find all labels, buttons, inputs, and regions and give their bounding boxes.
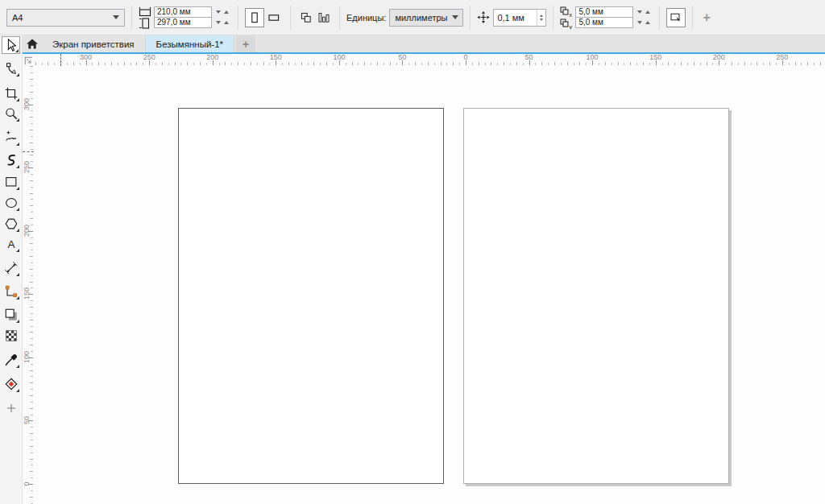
- page-width-spinner[interactable]: [214, 7, 231, 18]
- vertical-ruler[interactable]: 050100150200250300: [23, 66, 34, 504]
- rectangle-tool[interactable]: [2, 173, 20, 191]
- drop-shadow-tool[interactable]: [2, 306, 20, 324]
- page-width-input[interactable]: 210,0 мм: [154, 6, 212, 18]
- artistic-media-tool[interactable]: [2, 151, 20, 169]
- nudge-icon: [477, 12, 490, 23]
- flyout-indicator: [16, 296, 19, 300]
- duplicate-y-spinner[interactable]: [635, 18, 653, 28]
- ellipse-tool[interactable]: [2, 194, 20, 212]
- svg-text:A: A: [7, 238, 15, 250]
- pick-tool[interactable]: [2, 36, 20, 54]
- nudge-distance-input[interactable]: 0,1 мм: [493, 9, 546, 27]
- polygon-tool[interactable]: [2, 215, 20, 233]
- flyout-indicator: [16, 118, 19, 122]
- workspace: A Экран приветствияБезымянный-1* + 30025…: [0, 35, 825, 504]
- flyout-indicator: [16, 229, 19, 232]
- toolbar-separator: [339, 6, 340, 30]
- units-value: миллиметры: [395, 13, 447, 23]
- svg-text:x: x: [570, 11, 573, 17]
- drawing-canvas[interactable]: [34, 66, 825, 504]
- landscape-orientation-button[interactable]: [264, 8, 284, 27]
- page-size-preset-select[interactable]: A4: [6, 9, 125, 27]
- portrait-orientation-button[interactable]: [245, 8, 264, 27]
- chevron-down-icon: [113, 15, 119, 19]
- chevron-down-icon: [452, 15, 458, 19]
- ruler-cursor-marker-y: [23, 151, 34, 152]
- duplicate-x-icon: x: [560, 6, 573, 17]
- document-tab-bar: Экран приветствияБезымянный-1* +: [23, 35, 825, 52]
- portrait-icon: [248, 12, 261, 23]
- welcome-home-button[interactable]: [23, 35, 42, 52]
- shape-tool[interactable]: [2, 60, 20, 77]
- apply-size-to-all-pages-button[interactable]: [297, 8, 315, 27]
- flyout-indicator: [16, 249, 19, 252]
- document-tab-2[interactable]: Безымянный-1*: [146, 35, 234, 52]
- crop-tool[interactable]: [2, 85, 20, 102]
- ruler-origin-icon: [23, 55, 34, 66]
- page-1[interactable]: [178, 108, 444, 484]
- toolbox: A: [0, 35, 23, 504]
- units-label: Единицы:: [346, 13, 386, 23]
- flyout-indicator: [16, 320, 19, 323]
- freehand-tool[interactable]: [2, 129, 20, 147]
- flyout-indicator: [16, 143, 19, 146]
- page-height-input[interactable]: 297,0 мм: [154, 17, 212, 28]
- duplicate-y-icon: y: [560, 18, 573, 29]
- new-document-tab-button[interactable]: +: [236, 35, 255, 52]
- apply-size-to-current-page-button[interactable]: [315, 8, 333, 27]
- flyout-indicator: [16, 98, 19, 101]
- flyout-indicator: [16, 165, 19, 168]
- flyout-indicator: [15, 49, 19, 52]
- svg-text:y: y: [570, 23, 573, 29]
- toolbar-separator: [238, 6, 238, 30]
- page-width-icon: [139, 6, 151, 17]
- landscape-icon: [267, 12, 280, 23]
- interactive-fill-tool[interactable]: [2, 375, 20, 393]
- duplicate-distance-group: x y 5,0 мм 5,0 мм: [560, 6, 653, 29]
- document-tabs: Экран приветствияБезымянный-1*: [42, 35, 234, 52]
- ruler-cursor-marker-x: [60, 54, 61, 66]
- transparency-tool[interactable]: [2, 327, 20, 345]
- flyout-indicator: [16, 365, 19, 368]
- duplicate-x-spinner[interactable]: [635, 7, 653, 18]
- zoom-tool[interactable]: [2, 105, 20, 122]
- page-dimensions-group: 210,0 мм 297,0 мм: [139, 6, 231, 29]
- toolbar-separator: [131, 6, 132, 30]
- duplicate-distance-x-input[interactable]: 5,0 мм: [575, 6, 633, 18]
- document-tab-1[interactable]: Экран приветствия: [42, 35, 146, 52]
- home-icon: [26, 39, 39, 50]
- treat-as-filled-toggle[interactable]: [666, 8, 686, 27]
- customize-toolbar-button[interactable]: +: [699, 11, 713, 24]
- flyout-indicator: [16, 273, 19, 276]
- page-size-preset-value: A4: [12, 13, 23, 23]
- all-pages-icon: [300, 12, 313, 23]
- ruler-origin-button[interactable]: [23, 54, 34, 66]
- nudge-spinner[interactable]: [537, 10, 545, 26]
- toolbar-separator: [553, 6, 553, 30]
- page-height-icon: [139, 18, 151, 29]
- toolbar-separator: [659, 6, 660, 30]
- flyout-indicator: [16, 208, 19, 211]
- property-bar: A4 210,0 мм 297,0 мм Единицы: миллиметры…: [0, 0, 825, 35]
- toolbar-separator: [470, 6, 471, 30]
- app-window: { "property_bar": { "page_preset": "A4",…: [0, 0, 825, 504]
- flyout-indicator: [16, 73, 19, 76]
- treat-as-filled-icon: [670, 12, 682, 23]
- page-height-spinner[interactable]: [214, 18, 231, 28]
- units-select[interactable]: миллиметры: [389, 9, 463, 27]
- color-eyedropper-tool[interactable]: [2, 351, 20, 369]
- page-2[interactable]: [463, 108, 729, 484]
- current-page-icon: [317, 12, 330, 23]
- duplicate-distance-y-input[interactable]: 5,0 мм: [575, 17, 633, 28]
- flyout-indicator: [16, 187, 19, 190]
- toolbar-separator: [290, 6, 291, 30]
- toolbar-separator: [692, 6, 693, 30]
- dimension-tool[interactable]: [2, 259, 20, 277]
- text-tool[interactable]: A: [2, 235, 20, 253]
- connector-tool[interactable]: [2, 283, 20, 300]
- flyout-indicator: [16, 389, 19, 392]
- horizontal-ruler[interactable]: 30025020015010050050100150200250: [34, 54, 825, 66]
- add-tool-button[interactable]: [2, 399, 20, 417]
